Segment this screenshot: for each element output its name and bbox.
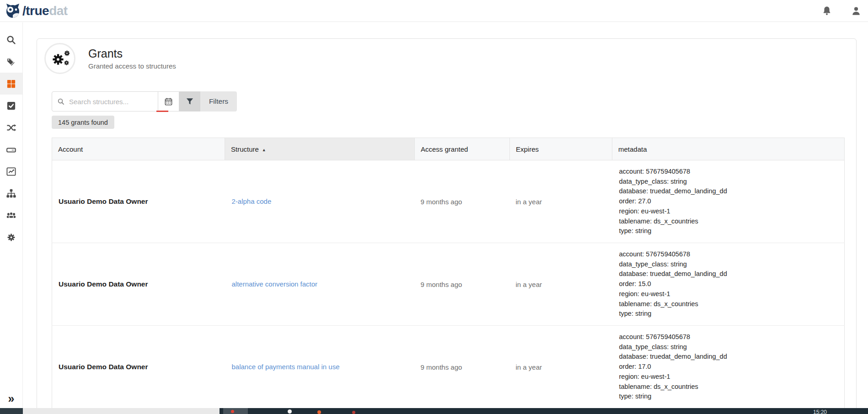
sidebar-item-users[interactable] — [0, 204, 22, 226]
table-header-row: Account Structure▲ Access granted Expire… — [52, 138, 845, 160]
sidebar-item-grid[interactable] — [0, 73, 22, 95]
results-count-badge: 145 grants found — [52, 116, 114, 129]
sidebar-item-shuffle[interactable] — [0, 117, 22, 138]
taskbar-window-strip — [23, 408, 220, 414]
metadata-cell: account: 576759405678 data_type_class: s… — [612, 160, 845, 243]
expires-cell: in a year — [510, 160, 612, 243]
notifications-bell-icon[interactable] — [821, 5, 832, 16]
filter-button[interactable] — [179, 91, 200, 111]
account-cell: Usuario Demo Data Owner — [52, 243, 225, 326]
search-input[interactable] — [69, 98, 142, 106]
column-header-expires[interactable]: Expires — [510, 138, 612, 160]
calendar-icon — [164, 97, 173, 106]
page-subtitle: Granted access to structures — [88, 62, 176, 70]
checkbox-icon — [6, 101, 16, 111]
metadata-cell: account: 576759405678 data_type_class: s… — [612, 326, 845, 409]
logo-text: /truedat — [22, 5, 68, 17]
sitemap-icon — [6, 188, 16, 199]
os-taskbar: 15:20 — [0, 408, 868, 414]
structure-link[interactable]: 2-alpha code — [225, 197, 272, 205]
chart-icon — [6, 166, 16, 177]
sidebar-nav — [0, 22, 22, 248]
funnel-icon — [186, 97, 194, 106]
taskbar-app-icon[interactable] — [352, 411, 355, 414]
table-row: Usuario Demo Data Owner balance of payme… — [52, 326, 845, 409]
account-cell: Usuario Demo Data Owner — [52, 160, 225, 243]
taskbar-app-icon[interactable] — [317, 410, 321, 414]
user-account-icon[interactable] — [851, 5, 862, 16]
account-cell: Usuario Demo Data Owner — [52, 326, 225, 409]
metadata-cell: account: 576759405678 data_type_class: s… — [612, 243, 845, 326]
sidebar-item-search[interactable] — [0, 29, 22, 51]
shuffle-icon — [6, 122, 16, 133]
column-header-structure[interactable]: Structure▲ — [225, 138, 415, 160]
grants-table: Account Structure▲ Access granted Expire… — [52, 138, 845, 409]
access-granted-cell: 9 months ago — [415, 243, 510, 326]
column-header-account[interactable]: Account — [52, 138, 225, 160]
grants-card: Grants Granted access to structures — [37, 38, 857, 414]
sidebar-item-settings[interactable] — [0, 226, 22, 248]
filters-label[interactable]: Filters — [200, 91, 237, 111]
taskbar-app-icon[interactable] — [288, 409, 292, 414]
app-red-dot-icon — [231, 410, 234, 413]
truedat-logo[interactable]: /truedat — [0, 3, 68, 19]
table-row: Usuario Demo Data Owner 2-alpha code 9 m… — [52, 160, 845, 243]
sort-asc-icon: ▲ — [262, 148, 266, 152]
sidebar-item-tasks[interactable] — [0, 95, 22, 117]
page-title: Grants — [88, 47, 176, 60]
grants-gears-icon — [44, 43, 75, 74]
tags-icon — [6, 57, 16, 67]
expires-cell: in a year — [510, 243, 612, 326]
table-row: Usuario Demo Data Owner alternative conv… — [52, 243, 845, 326]
search-active-indicator — [156, 111, 168, 112]
drive-icon — [6, 144, 16, 155]
expires-cell: in a year — [510, 326, 612, 409]
sidebar-item-chart[interactable] — [0, 160, 22, 182]
access-granted-cell: 9 months ago — [415, 326, 510, 409]
users-icon — [6, 210, 16, 221]
search-icon — [57, 98, 65, 106]
taskbar-left-segment — [0, 408, 23, 414]
grants-table-body: Usuario Demo Data Owner 2-alpha code 9 m… — [52, 160, 845, 409]
gear-icon — [6, 232, 16, 243]
sidebar-expand-chevrons-icon[interactable]: » — [0, 393, 22, 404]
sidebar-item-tags[interactable] — [0, 51, 22, 73]
sidebar: » — [0, 22, 23, 408]
owl-logo-icon — [5, 3, 21, 19]
top-header: /truedat — [0, 0, 868, 22]
sidebar-item-drive[interactable] — [0, 138, 22, 160]
taskbar-active-app-button[interactable] — [223, 408, 248, 414]
column-header-metadata[interactable]: metadata — [612, 138, 845, 160]
column-header-access-granted[interactable]: Access granted — [415, 138, 510, 160]
taskbar-clock: 15:20 — [813, 409, 827, 414]
structure-link[interactable]: balance of payments manual in use — [225, 363, 340, 371]
grants-header: Grants Granted access to structures — [44, 43, 176, 74]
calendar-button[interactable] — [158, 91, 179, 111]
sidebar-item-sitemap[interactable] — [0, 182, 22, 204]
search-icon — [6, 35, 16, 45]
grid-icon — [6, 79, 16, 89]
access-granted-cell: 9 months ago — [415, 160, 510, 243]
search-toolbar: Filters — [52, 91, 237, 111]
search-box — [52, 91, 179, 111]
structure-link[interactable]: alternative conversion factor — [225, 280, 318, 288]
